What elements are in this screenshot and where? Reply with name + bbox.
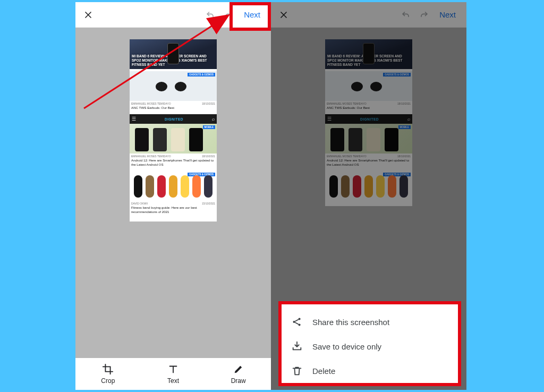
undo-icon[interactable] bbox=[201, 6, 219, 23]
annotation-highlight-next bbox=[230, 2, 271, 31]
undo-icon[interactable] bbox=[397, 6, 415, 23]
article-date: 15/10/2021 bbox=[202, 202, 215, 205]
article-card: MI BAND 6 REVIEW: A BIGGER SCREEN AND SP… bbox=[130, 39, 217, 69]
text-label: Text bbox=[167, 377, 179, 385]
phone-left: Next MI BAND 6 REVIEW: A BIGGER SCREEN A… bbox=[75, 2, 271, 390]
article-author: EMMANUEL MOSES TEMIDAYO bbox=[131, 155, 171, 158]
article-image: GADGETS & GIZMOS bbox=[130, 171, 217, 201]
menu-icon: ☰ bbox=[132, 116, 136, 122]
site-header: ☰ DIGNITED ⌕ bbox=[130, 114, 217, 124]
svg-point-2 bbox=[299, 318, 301, 320]
share-option[interactable]: Share this screenshot bbox=[282, 310, 458, 334]
topbar: Next bbox=[271, 2, 466, 28]
article-author: EMMANUEL MOSES TEMIDAYO bbox=[131, 102, 171, 105]
article-title: Android 12: Here are Smartphones That'll… bbox=[130, 158, 217, 169]
delete-option[interactable]: Delete bbox=[282, 359, 458, 383]
save-icon bbox=[291, 340, 303, 352]
svg-point-1 bbox=[293, 321, 295, 323]
save-option[interactable]: Save to device only bbox=[282, 334, 458, 359]
trash-icon bbox=[291, 365, 303, 377]
close-icon[interactable] bbox=[275, 6, 292, 23]
bottom-toolbar: Crop Text Draw bbox=[75, 358, 271, 390]
article-image: GADGETS & GIZMOS bbox=[130, 71, 217, 101]
article-card: GADGETS & GIZMOS EMMANUEL MOSES TEMIDAYO… bbox=[130, 71, 217, 112]
article-image: MOBILE bbox=[130, 124, 217, 154]
screenshot-preview: MI BAND 6 REVIEW: A BIGGER SCREEN AND SP… bbox=[130, 39, 217, 221]
next-button[interactable]: Next bbox=[433, 10, 462, 19]
category-badge: MOBILE bbox=[203, 125, 216, 129]
category-badge: GADGETS & GIZMOS bbox=[188, 73, 215, 76]
article-date: 18/10/2021 bbox=[202, 155, 215, 158]
svg-point-3 bbox=[299, 323, 301, 326]
close-icon[interactable] bbox=[80, 6, 97, 23]
article-headline: MI BAND 6 REVIEW: A BIGGER SCREEN AND SP… bbox=[132, 54, 215, 67]
site-logo: DIGNITED bbox=[165, 117, 183, 121]
crop-label: Crop bbox=[101, 377, 115, 385]
text-button[interactable]: Text bbox=[141, 358, 206, 390]
article-card: GADGETS & GIZMOS DAVID OKWII15/10/2021 F… bbox=[130, 171, 217, 216]
action-sheet: Share this screenshot Save to device onl… bbox=[278, 301, 461, 386]
search-icon: ⌕ bbox=[212, 116, 215, 122]
share-icon bbox=[291, 316, 303, 328]
share-label: Share this screenshot bbox=[312, 318, 389, 327]
article-card: MOBILE EMMANUEL MOSES TEMIDAYO18/10/2021… bbox=[130, 124, 217, 169]
draw-label: Draw bbox=[231, 377, 246, 385]
delete-label: Delete bbox=[312, 367, 335, 376]
draw-button[interactable]: Draw bbox=[206, 358, 271, 390]
screenshot-preview: MI BAND 6 REVIEW: A BIGGER SCREEN AND SP… bbox=[325, 39, 412, 206]
crop-button[interactable]: Crop bbox=[75, 358, 141, 390]
article-image: MI BAND 6 REVIEW: A BIGGER SCREEN AND SP… bbox=[130, 39, 217, 69]
article-author: DAVID OKWII bbox=[131, 202, 148, 205]
save-label: Save to device only bbox=[312, 342, 381, 351]
redo-icon[interactable] bbox=[415, 6, 433, 23]
article-title: Fitness band buying guide: Here are our … bbox=[130, 205, 217, 216]
article-title: ANC TWS Earbuds: Our Best bbox=[130, 105, 217, 112]
article-date: 18/10/2021 bbox=[202, 102, 215, 105]
